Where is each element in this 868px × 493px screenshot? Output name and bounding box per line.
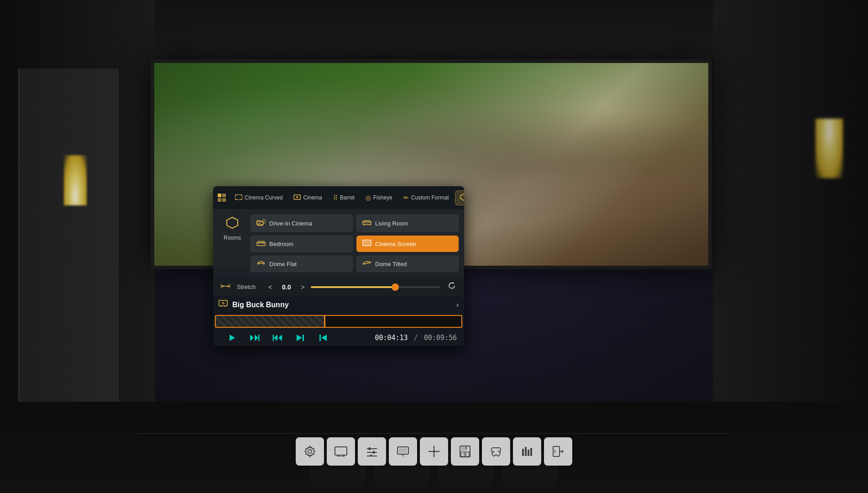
svg-point-55	[368, 447, 371, 450]
stretch-icon	[219, 282, 232, 292]
svg-marker-47	[321, 335, 327, 341]
svg-marker-67	[433, 456, 435, 457]
rooms-section: Rooms Drive-In Cinema	[213, 209, 464, 278]
svg-marker-45	[297, 335, 302, 341]
media-title: Big Buck Bunny	[232, 301, 456, 309]
wall-panel-left	[18, 68, 119, 447]
stretch-value: 0.0	[278, 283, 294, 291]
svg-point-57	[372, 451, 375, 454]
cinema-icon	[293, 194, 301, 201]
time-total: 00:09:56	[424, 334, 457, 342]
svg-rect-34	[219, 300, 227, 306]
equalizer-btn[interactable]	[513, 437, 541, 466]
progress-fill	[216, 316, 324, 327]
tab-cinema-curved[interactable]: Cinema Curved	[230, 191, 287, 204]
progress-bar[interactable]	[215, 315, 462, 328]
room-btn-cinema-screen[interactable]: Cinema Screen	[356, 236, 459, 252]
svg-rect-46	[303, 335, 304, 341]
tab-fisheye[interactable]: ◎ Fisheye	[361, 191, 397, 204]
room-btn-dome-flat[interactable]: Dome Flat	[251, 256, 353, 272]
toolbar-separator	[137, 433, 731, 434]
svg-rect-3	[222, 198, 226, 202]
fisheye-icon: ◎	[366, 194, 371, 201]
svg-marker-40	[255, 335, 258, 341]
fast-forward-btn[interactable]	[243, 334, 266, 342]
svg-marker-7	[227, 217, 238, 228]
panel-icon	[217, 189, 227, 206]
screen-btn[interactable]	[327, 437, 355, 466]
stretch-inc-btn[interactable]: >	[299, 283, 306, 292]
svg-marker-31	[222, 285, 223, 288]
exit-btn[interactable]	[544, 437, 572, 466]
svg-point-9	[258, 224, 260, 226]
stretch-slider-fill	[311, 286, 395, 288]
bottom-toolbar	[296, 437, 572, 466]
adjust-btn[interactable]	[358, 437, 386, 466]
svg-marker-6	[460, 194, 464, 200]
dome-tilted-icon	[362, 260, 371, 268]
svg-rect-73	[461, 452, 469, 456]
svg-rect-61	[399, 448, 407, 453]
stretch-reset-btn[interactable]	[445, 281, 459, 293]
svg-rect-21	[364, 241, 370, 245]
settings-btn[interactable]	[296, 437, 324, 466]
skip-next-btn[interactable]	[289, 334, 312, 342]
svg-marker-39	[250, 335, 254, 341]
gamepad-btn[interactable]	[482, 437, 510, 466]
svg-rect-82	[528, 450, 529, 456]
svg-marker-42	[278, 335, 282, 341]
title-row: Big Buck Bunny ›	[213, 296, 464, 313]
room-btn-bedroom[interactable]: Bedroom	[251, 236, 353, 252]
stretch-label: Stretch	[237, 283, 262, 290]
barrel-icon: ⠿	[333, 194, 338, 201]
rooms-grid: Drive-In Cinema Living Room	[251, 215, 459, 272]
tab-barrel[interactable]: ⠿ Barrel	[329, 191, 359, 204]
svg-rect-83	[530, 448, 532, 456]
room-btn-dome-tilted[interactable]: Dome Tilted	[356, 256, 459, 272]
svg-point-37	[222, 302, 224, 304]
room-btn-drive-in-cinema[interactable]: Drive-In Cinema	[251, 215, 353, 232]
control-panel: Cinema Curved Cinema ⠿ Barrel ◎ Fisheye …	[213, 186, 464, 346]
svg-rect-0	[218, 194, 221, 197]
rooms-tab-icon	[460, 194, 464, 202]
stretch-slider[interactable]	[311, 286, 440, 288]
svg-rect-84	[553, 446, 559, 456]
living-room-icon	[362, 219, 371, 227]
wall-light-right	[816, 119, 843, 178]
stretch-slider-thumb[interactable]	[392, 283, 399, 291]
svg-marker-32	[228, 285, 229, 288]
cinema-curved-icon	[235, 194, 242, 201]
stretch-dec-btn[interactable]: <	[267, 283, 274, 292]
rewind-btn[interactable]	[266, 334, 289, 342]
title-next-btn[interactable]: ›	[456, 301, 459, 309]
svg-marker-66	[433, 446, 435, 447]
bedroom-icon	[256, 240, 266, 248]
skip-prev-btn[interactable]	[312, 334, 335, 342]
time-separator: /	[414, 334, 422, 342]
cinema-screen-icon	[362, 240, 371, 248]
play-btn[interactable]	[220, 333, 243, 342]
axis-btn[interactable]	[420, 437, 448, 466]
svg-rect-1	[222, 194, 226, 197]
svg-rect-75	[466, 446, 467, 449]
tab-rooms[interactable]: Rooms	[455, 190, 464, 205]
tab-custom-format[interactable]: ✏ Custom Format	[399, 191, 454, 204]
svg-point-78	[498, 451, 499, 452]
svg-rect-2	[218, 198, 221, 202]
save-btn[interactable]	[451, 437, 479, 466]
wall-light-left	[64, 155, 87, 205]
progress-cursor	[324, 316, 325, 327]
drive-in-cinema-icon	[256, 219, 266, 228]
rooms-label-area: Rooms	[219, 215, 246, 272]
rooms-section-label: Rooms	[224, 235, 241, 241]
time-current: 00:04:13	[375, 334, 408, 342]
svg-point-10	[261, 224, 262, 226]
room-btn-living-room[interactable]: Living Room	[356, 215, 459, 232]
tab-cinema[interactable]: Cinema	[289, 191, 326, 204]
svg-rect-80	[522, 449, 524, 456]
progress-area	[213, 313, 464, 330]
svg-marker-38	[230, 335, 235, 341]
title-icon	[219, 300, 228, 309]
display-btn[interactable]	[389, 437, 417, 466]
rooms-section-icon	[226, 216, 239, 232]
